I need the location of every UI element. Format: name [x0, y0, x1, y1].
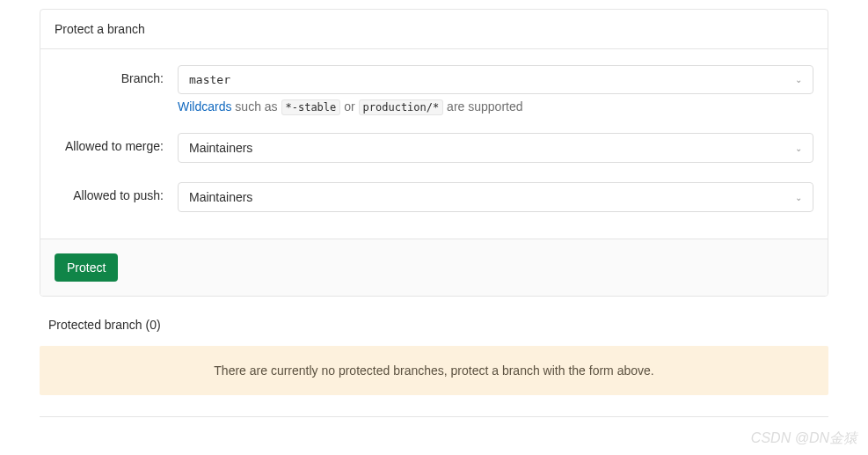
allowed-merge-control-wrap: Maintainers ⌄ — [178, 133, 813, 163]
panel-body: Branch: master ⌄ Wildcards such as *-sta… — [40, 49, 828, 239]
allowed-push-label: Allowed to push: — [55, 182, 178, 202]
help-text-3: are supported — [443, 99, 522, 114]
protect-branch-panel: Protect a branch Branch: master ⌄ Wildca… — [40, 9, 828, 297]
branch-label: Branch: — [55, 65, 178, 85]
branch-help-text: Wildcards such as *-stable or production… — [178, 99, 813, 114]
protected-branch-title: Protected branch (0) — [48, 318, 828, 332]
chevron-down-icon: ⌄ — [795, 75, 802, 84]
allowed-push-dropdown[interactable]: Maintainers ⌄ — [178, 182, 813, 212]
empty-state-alert: There are currently no protected branche… — [40, 346, 828, 395]
help-text-1: such as — [231, 99, 281, 114]
branch-dropdown[interactable]: master ⌄ — [178, 65, 813, 94]
help-code-1: *-stable — [281, 99, 341, 115]
allowed-push-control-wrap: Maintainers ⌄ — [178, 182, 813, 212]
help-text-2: or — [340, 99, 358, 114]
allowed-merge-row: Allowed to merge: Maintainers ⌄ — [55, 133, 813, 163]
wildcards-link[interactable]: Wildcards — [178, 99, 231, 114]
chevron-down-icon: ⌄ — [795, 193, 802, 202]
branch-row: Branch: master ⌄ Wildcards such as *-sta… — [55, 65, 813, 114]
divider — [40, 416, 828, 417]
allowed-merge-label: Allowed to merge: — [55, 133, 178, 153]
allowed-push-row: Allowed to push: Maintainers ⌄ — [55, 182, 813, 212]
branch-control-wrap: master ⌄ Wildcards such as *-stable or p… — [178, 65, 813, 114]
allowed-merge-dropdown[interactable]: Maintainers ⌄ — [178, 133, 813, 163]
panel-title: Protect a branch — [40, 10, 828, 49]
branch-dropdown-value: master — [189, 73, 230, 86]
panel-footer: Protect — [40, 239, 828, 296]
chevron-down-icon: ⌄ — [795, 143, 802, 153]
help-code-2: production/* — [359, 99, 444, 115]
protect-button[interactable]: Protect — [55, 253, 118, 282]
allowed-push-value: Maintainers — [189, 190, 252, 204]
allowed-merge-value: Maintainers — [189, 141, 252, 155]
